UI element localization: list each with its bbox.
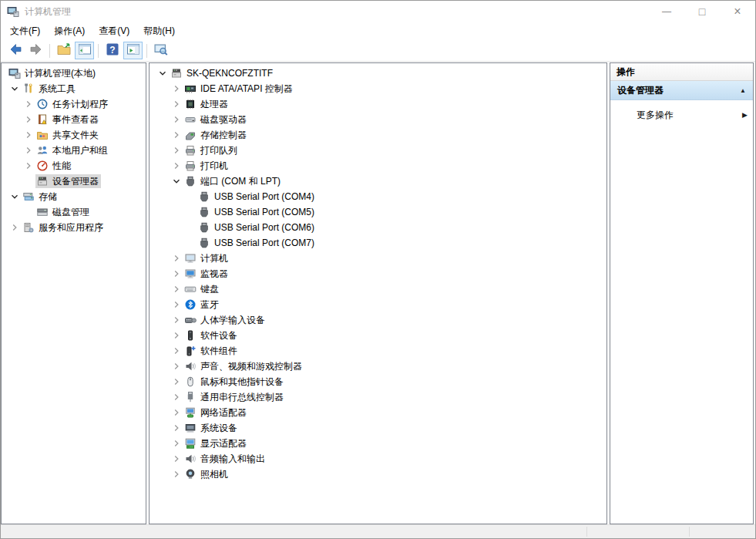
chevron-down-icon[interactable]	[156, 69, 170, 77]
show-action-pane-icon	[126, 42, 141, 59]
device-tree-row[interactable]: 处理器	[150, 96, 606, 112]
chevron-right-icon[interactable]	[170, 116, 183, 123]
device-tree-row[interactable]: 音频输入和输出	[150, 451, 606, 467]
device-tree-row[interactable]: 监视器	[150, 266, 606, 281]
device-tree-row[interactable]: USB Serial Port (COM5)	[150, 204, 606, 220]
help-button[interactable]: ?	[102, 42, 122, 59]
console-tree-row[interactable]: 计算机管理(本地)	[2, 66, 146, 81]
chevron-right-icon[interactable]	[170, 393, 183, 401]
services-icon	[22, 221, 35, 234]
menu-item-0[interactable]: 文件(F)	[3, 22, 47, 40]
actions-section-device-manager[interactable]: 设备管理器 ▲	[610, 81, 753, 100]
console-tree-row[interactable]: 任务计划程序	[2, 96, 146, 112]
console-tree-row[interactable]: 本地用户和组	[2, 143, 146, 158]
chevron-right-icon[interactable]	[170, 301, 183, 308]
console-tree-row[interactable]: 性能	[2, 158, 146, 173]
console-tree-row[interactable]: 事件查看器	[2, 112, 146, 127]
chevron-right-icon[interactable]	[170, 270, 183, 278]
device-tree-row[interactable]: 鼠标和其他指针设备	[150, 374, 606, 389]
chevron-right-icon[interactable]	[22, 147, 35, 154]
device-tree-row[interactable]: USB Serial Port (COM6)	[150, 220, 606, 235]
chevron-right-icon[interactable]	[22, 131, 35, 139]
chevron-right-icon[interactable]	[170, 347, 183, 355]
serial-port-icon	[198, 237, 210, 249]
printer-icon	[184, 160, 197, 172]
performance-icon	[36, 160, 49, 172]
back-button[interactable]	[5, 42, 25, 59]
device-tree-row[interactable]: 打印队列	[150, 143, 606, 158]
device-tree-row[interactable]: USB Serial Port (COM4)	[150, 189, 606, 204]
chevron-right-icon[interactable]	[170, 85, 183, 93]
chevron-right-icon[interactable]	[170, 162, 183, 170]
chevron-right-icon[interactable]	[170, 378, 183, 386]
menu-item-1[interactable]: 操作(A)	[47, 22, 92, 40]
chevron-right-icon[interactable]	[8, 224, 22, 231]
more-actions-item[interactable]: 更多操作 ▶	[610, 107, 753, 123]
tree-item-label: 存储	[39, 190, 57, 204]
device-tree-row[interactable]: 蓝牙	[150, 297, 606, 312]
chevron-right-icon[interactable]	[22, 100, 35, 108]
tree-item-label: USB Serial Port (COM7)	[214, 236, 314, 250]
chevron-right-icon[interactable]	[170, 100, 183, 108]
chevron-right-icon[interactable]	[22, 116, 35, 123]
toolbar-separator	[98, 44, 99, 58]
console-tree-row[interactable]: 磁盘管理	[2, 204, 146, 220]
export-list-button[interactable]	[54, 42, 73, 59]
close-button[interactable]: ×	[720, 1, 755, 22]
chevron-right-icon[interactable]	[170, 316, 183, 324]
device-tree-row[interactable]: 键盘	[150, 281, 606, 297]
usb-controller-icon	[184, 391, 197, 403]
device-tree-row[interactable]: USB Serial Port (COM7)	[150, 235, 606, 251]
show-action-pane-button[interactable]	[123, 42, 143, 59]
menu-item-2[interactable]: 查看(V)	[92, 22, 136, 40]
chevron-right-icon[interactable]	[170, 285, 183, 293]
device-tree-row[interactable]: SK-QEKNCOFZTITF	[150, 66, 606, 81]
chevron-right-icon[interactable]	[170, 455, 183, 463]
device-tree-row[interactable]: IDE ATA/ATAPI 控制器	[150, 81, 606, 96]
console-tree-row[interactable]: 共享文件夹	[2, 127, 146, 143]
chevron-down-icon[interactable]	[8, 193, 22, 200]
console-tree-row[interactable]: 存储	[2, 189, 146, 204]
device-tree-row[interactable]: 网络适配器	[150, 405, 606, 420]
chevron-right-icon[interactable]	[22, 162, 35, 170]
device-tree-row[interactable]: 计算机	[150, 251, 606, 266]
chevron-down-icon[interactable]	[170, 177, 183, 185]
menu-bar: 文件(F)操作(A)查看(V)帮助(H)	[1, 22, 755, 40]
device-tree-row[interactable]: 系统设备	[150, 420, 606, 436]
device-tree-row[interactable]: 打印机	[150, 158, 606, 173]
console-tree-row[interactable]: 设备管理器	[2, 173, 146, 189]
device-tree-row[interactable]: 存储控制器	[150, 127, 606, 143]
remote-computer-button[interactable]	[151, 42, 170, 59]
console-tree-row[interactable]: 服务和应用程序	[2, 220, 146, 235]
device-tree-row[interactable]: 人体学输入设备	[150, 312, 606, 328]
chevron-right-icon[interactable]	[170, 147, 183, 154]
chevron-right-icon[interactable]	[170, 131, 183, 139]
maximize-button[interactable]: □	[684, 1, 720, 22]
console-tree-row[interactable]: 系统工具	[2, 81, 146, 96]
chevron-right-icon[interactable]	[170, 254, 183, 262]
chevron-right-icon[interactable]	[170, 424, 183, 432]
chevron-right-icon[interactable]	[170, 440, 183, 447]
device-tree-row[interactable]: 磁盘驱动器	[150, 112, 606, 127]
collapse-section-icon[interactable]: ▲	[740, 87, 746, 94]
keyboard-icon	[184, 283, 197, 295]
device-tree-row[interactable]: 显示适配器	[150, 436, 606, 451]
minimize-button[interactable]: —	[649, 1, 684, 22]
device-tree-row[interactable]: 端口 (COM 和 LPT)	[150, 173, 606, 189]
device-tree-row[interactable]: 声音、视频和游戏控制器	[150, 359, 606, 374]
tree-item-label: 本地用户和组	[52, 143, 108, 157]
menu-item-3[interactable]: 帮助(H)	[136, 22, 182, 40]
chevron-right-icon[interactable]	[170, 409, 183, 416]
device-tree-row[interactable]: 软件组件	[150, 343, 606, 359]
chevron-right-icon[interactable]	[170, 332, 183, 339]
device-tree-row[interactable]: 软件设备	[150, 328, 606, 343]
device-tree-row[interactable]: 照相机	[150, 467, 606, 482]
display-adapter-icon	[184, 437, 197, 450]
forward-button[interactable]	[26, 42, 45, 59]
show-console-tree-button[interactable]	[75, 42, 94, 59]
actions-header: 操作	[610, 63, 753, 81]
chevron-right-icon[interactable]	[170, 470, 183, 478]
chevron-down-icon[interactable]	[8, 85, 22, 93]
device-tree-row[interactable]: 通用串行总线控制器	[150, 389, 606, 405]
chevron-right-icon[interactable]	[170, 362, 183, 370]
